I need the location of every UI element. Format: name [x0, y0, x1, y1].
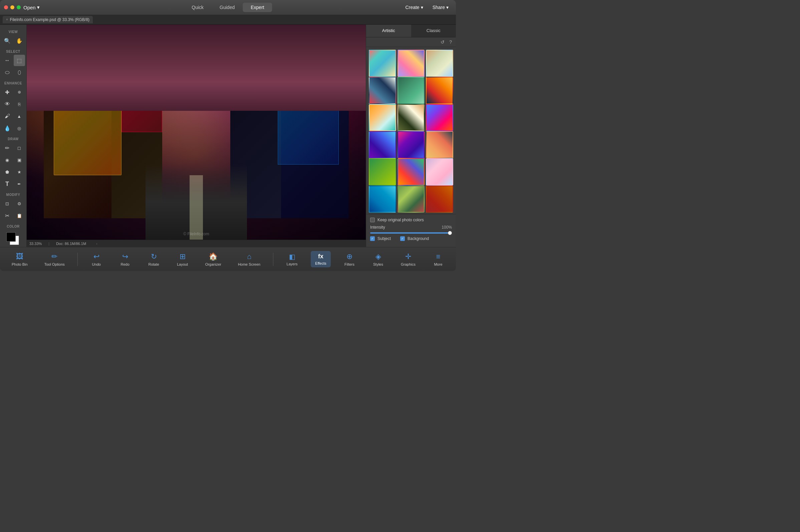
quick-select-tool[interactable]: ⬯	[14, 67, 25, 78]
maximize-button[interactable]	[17, 5, 21, 10]
clone-tool[interactable]: ⎘	[14, 98, 25, 110]
organizer-button[interactable]: 🏠 Organizer	[201, 250, 225, 268]
style-thumb[interactable]	[398, 50, 425, 77]
spot-heal-tool[interactable]: ✚	[2, 87, 13, 98]
text-tool[interactable]: T	[2, 178, 13, 190]
intensity-slider-thumb[interactable]	[448, 231, 452, 235]
smudge-tool[interactable]: ▲	[14, 111, 25, 122]
gradient-tool[interactable]: ▣	[14, 154, 25, 166]
style-thumb[interactable]	[398, 104, 425, 132]
style-thumb[interactable]	[426, 77, 453, 104]
home-screen-label: Home Screen	[238, 262, 260, 266]
style-thumb[interactable]	[369, 158, 396, 186]
graphics-label: Graphics	[401, 262, 416, 266]
photo-bin-button[interactable]: 🖼 Photo Bin	[8, 250, 32, 268]
scroll-arrow[interactable]: ›	[96, 242, 97, 246]
tab-artistic[interactable]: Artistic	[366, 25, 411, 37]
graphics-icon: ✛	[405, 252, 411, 261]
sponge-tool[interactable]: ◎	[14, 122, 25, 134]
tab-quick[interactable]: Quick	[184, 3, 212, 12]
style-thumb[interactable]	[369, 131, 396, 158]
layout-label: Layout	[177, 262, 188, 266]
style-thumb[interactable]	[398, 186, 425, 213]
layers-label: Layers	[287, 262, 298, 266]
crop-tool[interactable]: ⊡	[2, 198, 13, 209]
rotate-button[interactable]: ↻ Rotate	[144, 250, 164, 268]
layers-button[interactable]: ◧ Layers	[282, 251, 302, 268]
eraser-tool[interactable]: ◻	[14, 142, 25, 153]
tool-options-button[interactable]: ✏ Tool Options	[40, 250, 69, 268]
layer-tool[interactable]: 📋	[14, 210, 25, 221]
lasso-tool[interactable]: ⬭	[2, 67, 13, 78]
minimize-button[interactable]	[10, 5, 14, 10]
refresh-icon[interactable]: ↺	[439, 39, 446, 45]
color-swatches[interactable]	[6, 232, 20, 246]
style-thumb[interactable]	[398, 158, 425, 186]
style-thumb[interactable]	[426, 50, 453, 77]
zoom-tool[interactable]: 🔍	[2, 35, 13, 46]
graphics-button[interactable]: ✛ Graphics	[397, 250, 420, 268]
canvas-image[interactable]: © FileInfo.com	[27, 25, 366, 240]
title-bar: Open ▾ Quick Guided Expert Create ▾ Shar…	[0, 0, 456, 15]
tool-options-icon: ✏	[51, 252, 57, 261]
pencil-tool[interactable]: ✏	[2, 142, 13, 153]
draw-tools-2: ◉ ▣	[2, 154, 25, 166]
effects-button[interactable]: fx Effects	[311, 251, 331, 267]
style-thumb[interactable]	[426, 186, 453, 213]
styles-button[interactable]: ◈ Styles	[368, 250, 388, 268]
marquee-tool[interactable]: ⬚	[14, 55, 25, 66]
more-button[interactable]: ≡ More	[428, 250, 448, 268]
shape-tool[interactable]: ★	[14, 166, 25, 177]
file-tab-close[interactable]: ×	[6, 18, 8, 21]
heal-tool[interactable]: ⊕	[14, 87, 25, 98]
style-thumb[interactable]	[369, 77, 396, 104]
keep-colors-checkbox[interactable]	[370, 217, 375, 222]
hand-tool[interactable]: ✋	[14, 35, 25, 46]
close-button[interactable]	[4, 5, 8, 10]
dodge-tool[interactable]: 💧	[2, 122, 13, 134]
pen-tool[interactable]: ✒	[14, 178, 25, 190]
tool-options-label: Tool Options	[44, 262, 65, 266]
tab-classic[interactable]: Classic	[411, 25, 456, 37]
filters-button[interactable]: ⊕ Filters	[339, 250, 359, 268]
home-screen-button[interactable]: ⌂ Home Screen	[234, 250, 264, 268]
style-thumb[interactable]	[426, 131, 453, 158]
tab-expert[interactable]: Expert	[243, 3, 272, 12]
create-button[interactable]: Create ▾	[402, 3, 426, 11]
brush-tool[interactable]: 🖌	[2, 111, 13, 122]
undo-label: Undo	[92, 262, 101, 266]
foreground-color-swatch[interactable]	[6, 232, 16, 242]
traffic-lights[interactable]	[4, 5, 21, 10]
move-tool[interactable]: ↔	[2, 55, 13, 66]
redo-button[interactable]: ↪ Redo	[115, 250, 135, 268]
scissors-tool[interactable]: ✂	[2, 210, 13, 221]
tab-guided[interactable]: Guided	[212, 3, 243, 12]
file-tab-name: FileInfo.com Example.psd @ 33.3% (RGB/8)	[10, 17, 90, 22]
style-thumb[interactable]	[398, 77, 425, 104]
undo-button[interactable]: ↩ Undo	[87, 250, 107, 268]
style-thumb[interactable]	[398, 131, 425, 158]
background-checkbox[interactable]	[400, 236, 405, 241]
style-thumb[interactable]	[426, 104, 453, 132]
photo-canvas: © FileInfo.com	[27, 25, 366, 240]
modify-tools-2: ✂ 📋	[2, 210, 25, 221]
transform-tool[interactable]: ⚙	[14, 198, 25, 209]
help-icon[interactable]: ?	[448, 39, 453, 45]
view-tools: 🔍 ✋	[2, 35, 25, 46]
style-thumb[interactable]	[426, 158, 453, 186]
draw-tools-3: ⬟ ★	[2, 166, 25, 177]
subject-checkbox[interactable]	[370, 236, 375, 241]
intensity-slider[interactable]	[370, 232, 452, 234]
open-button[interactable]: Open ▾	[21, 3, 42, 12]
layout-button[interactable]: ⊞ Layout	[173, 250, 193, 268]
share-button[interactable]: Share ▾	[429, 3, 452, 11]
blur-tool[interactable]: ◉	[2, 154, 13, 166]
style-thumb[interactable]	[369, 186, 396, 213]
style-thumb[interactable]	[369, 50, 396, 77]
paint-tool[interactable]: ⬟	[2, 166, 13, 177]
view-section-label: VIEW	[9, 30, 18, 34]
effects-label: Effects	[315, 261, 326, 265]
style-thumb[interactable]	[369, 104, 396, 132]
file-tab[interactable]: × FileInfo.com Example.psd @ 33.3% (RGB/…	[3, 16, 93, 23]
eye-tool[interactable]: 👁	[2, 98, 13, 110]
